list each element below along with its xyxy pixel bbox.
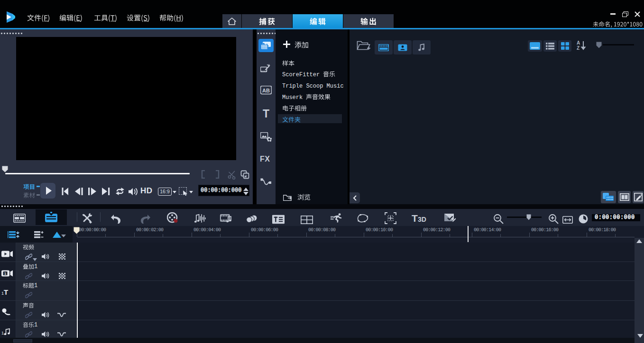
svg-text:A: A [577,40,580,45]
svg-text:1: 1 [4,271,7,276]
svg-text:AB: AB [262,88,270,93]
svg-text:Z: Z [577,45,580,51]
svg-text:T: T [412,214,418,223]
svg-text:3D: 3D [418,216,426,223]
